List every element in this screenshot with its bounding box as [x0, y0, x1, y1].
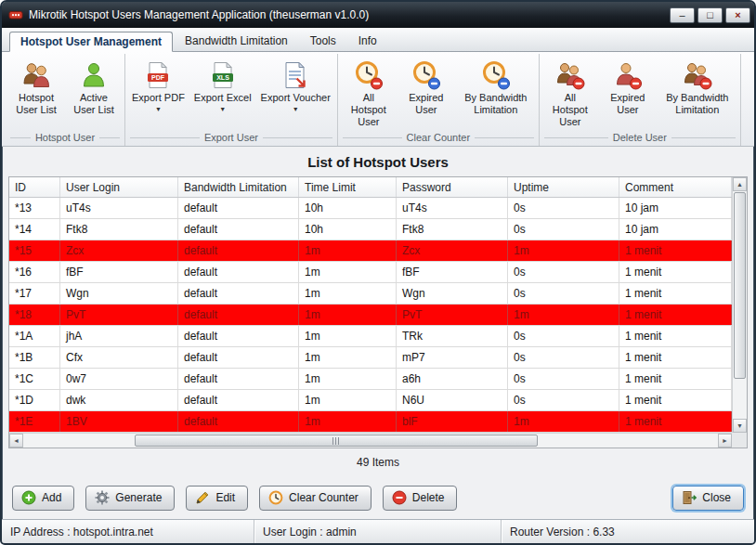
horizontal-scroll-thumb[interactable]: [135, 435, 538, 447]
close-button[interactable]: Close: [672, 486, 744, 511]
vertical-scroll-track[interactable]: [733, 191, 747, 419]
column-header-id[interactable]: ID: [9, 177, 60, 197]
vertical-scroll-thumb[interactable]: [734, 192, 746, 379]
table-cell: 0s: [508, 283, 619, 304]
export-excel-button[interactable]: XLS Export Excel ▼: [190, 56, 255, 114]
table-cell: *1A: [9, 326, 60, 346]
table-cell: default: [178, 326, 299, 346]
generate-button[interactable]: Generate: [85, 486, 175, 511]
button-label: Generate: [115, 491, 162, 504]
clock-minus-icon: [481, 60, 511, 90]
title-bar: Mikrotik Hotspot Users Management Applic…: [2, 2, 754, 28]
table-cell: *1D: [9, 390, 60, 410]
export-pdf-button[interactable]: PDF Export PDF ▼: [128, 56, 189, 114]
scroll-down-icon[interactable]: ▼: [733, 419, 747, 433]
table-row[interactable]: *1BCfxdefault1mmP70s1 menit: [9, 347, 732, 369]
column-header-bandwidth-limitation[interactable]: Bandwidth Limitation: [178, 177, 299, 197]
edit-button[interactable]: Edit: [186, 486, 248, 511]
door-exit-icon: [682, 490, 697, 505]
table-row[interactable]: *1AjhAdefault1mTRk0s1 menit: [9, 326, 732, 347]
tab-hotspot-user-management[interactable]: Hotspot User Management: [9, 32, 173, 52]
delete-all-users-button[interactable]: All Hotspot User: [542, 56, 598, 130]
table-row[interactable]: *18PvTdefault1mPvT1m1 menit: [9, 305, 732, 326]
add-button[interactable]: Add: [12, 486, 74, 511]
hotspot-user-list-button[interactable]: Hotspot User List: [8, 56, 64, 118]
close-window-button[interactable]: ×: [725, 7, 750, 23]
vertical-scrollbar[interactable]: ▲ ▼: [732, 177, 747, 433]
minimize-button[interactable]: –: [670, 7, 695, 23]
pdf-file-icon: PDF: [143, 60, 173, 90]
delete-by-bandwidth-button[interactable]: By Bandwidth Limitation: [658, 56, 737, 118]
active-user-list-button[interactable]: Active User List: [66, 56, 122, 118]
table-row[interactable]: *14Ftk8default10hFtk80s10 jam: [9, 219, 732, 240]
dropdown-arrow-icon: ▼: [155, 106, 162, 112]
column-header-comment[interactable]: Comment: [619, 177, 732, 197]
table-row[interactable]: *13uT4sdefault10huT4s0s10 jam: [9, 198, 732, 219]
toolbar: Hotspot User List Active User List Hotsp…: [2, 52, 754, 147]
table-cell: TRk: [397, 326, 508, 346]
table-cell: 0s: [508, 198, 619, 218]
table-cell: mP7: [397, 347, 508, 368]
button-label: Delete: [412, 491, 445, 504]
button-label: Clear Counter: [289, 491, 358, 504]
column-header-time-limit[interactable]: Time Limit: [299, 177, 397, 197]
column-header-user-login[interactable]: User Login: [60, 177, 178, 197]
table-cell: 1 menit: [619, 262, 732, 282]
table-cell: fBF: [397, 262, 508, 282]
table-cell: *1C: [9, 369, 60, 389]
tab-bar: Hotspot User Management Bandwidth Limita…: [2, 28, 754, 52]
table-cell: 1 menit: [619, 240, 732, 261]
table-cell: Ftk8: [397, 219, 508, 240]
column-header-uptime[interactable]: Uptime: [508, 177, 619, 197]
toolbar-button-label: All Hotspot User: [546, 92, 594, 128]
table-row[interactable]: *1Ddwkdefault1mN6U0s1 menit: [9, 390, 732, 411]
scroll-up-icon[interactable]: ▲: [733, 177, 747, 191]
table-cell: 1BV: [60, 411, 178, 432]
main-content: ID User Login Bandwidth Limitation Time …: [2, 176, 754, 476]
clear-counter-bandwidth-button[interactable]: By Bandwidth Limitation: [456, 56, 536, 118]
tab-tools[interactable]: Tools: [300, 31, 346, 51]
table-cell: jhA: [60, 326, 178, 346]
scroll-right-icon[interactable]: ►: [718, 434, 732, 448]
column-header-password[interactable]: Password: [397, 177, 508, 197]
table-cell: default: [178, 411, 299, 432]
scroll-left-icon[interactable]: ◄: [9, 434, 23, 448]
table-cell: 0s: [508, 219, 619, 240]
table-cell: a6h: [397, 369, 508, 389]
export-voucher-button[interactable]: Export Voucher ▼: [257, 56, 334, 114]
clear-counter-all-button[interactable]: All Hotspot User: [341, 56, 397, 130]
table-cell: 0w7: [60, 369, 178, 389]
hotspot-users-table: ID User Login Bandwidth Limitation Time …: [8, 176, 748, 448]
table-cell: uT4s: [60, 198, 178, 218]
table-row[interactable]: *1C0w7default1ma6h0s1 menit: [9, 369, 732, 390]
table-cell: 1m: [299, 305, 397, 325]
table-cell: 10h: [299, 198, 397, 218]
clear-counter-expired-button[interactable]: Expired User: [398, 56, 454, 118]
horizontal-scrollbar[interactable]: ◄ ►: [9, 433, 732, 448]
table-cell: 1 menit: [619, 369, 732, 389]
horizontal-scroll-track[interactable]: [23, 434, 718, 448]
tab-bandwidth-limitation[interactable]: Bandwidth Limitation: [175, 31, 298, 51]
maximize-button[interactable]: □: [697, 7, 723, 23]
toolbar-group-label: Export User: [128, 131, 334, 145]
clear-counter-button[interactable]: Clear Counter: [259, 486, 371, 511]
delete-expired-users-button[interactable]: Expired User: [600, 56, 656, 118]
status-ip-address: IP Address : hotspot.intra.net: [2, 520, 254, 543]
toolbar-group-hotspot-user: Hotspot User List Active User List Hotsp…: [6, 54, 125, 146]
table-cell: 10 jam: [619, 198, 732, 218]
app-window: Mikrotik Hotspot Users Management Applic…: [0, 0, 756, 545]
table-cell: 0s: [508, 369, 619, 389]
table-row[interactable]: *16fBFdefault1mfBF0s1 menit: [9, 262, 732, 283]
tab-info[interactable]: Info: [348, 31, 387, 51]
table-cell: 1m: [299, 240, 397, 261]
delete-button[interactable]: Delete: [383, 486, 458, 511]
table-row[interactable]: *15Zcxdefault1mZcx1m1 menit: [9, 240, 732, 262]
minus-circle-icon: [392, 490, 407, 505]
table-cell: 1m: [299, 326, 397, 346]
action-bar: Add Generate Edit Clear Counter Delete: [2, 476, 754, 519]
table-cell: default: [178, 369, 299, 389]
toolbar-button-label: Export Voucher: [261, 92, 331, 104]
table-cell: *1B: [9, 347, 60, 368]
table-row[interactable]: *17Wgndefault1mWgn0s1 menit: [9, 283, 732, 305]
table-row[interactable]: *1E1BVdefault1mblF1m1 menit: [9, 411, 732, 433]
